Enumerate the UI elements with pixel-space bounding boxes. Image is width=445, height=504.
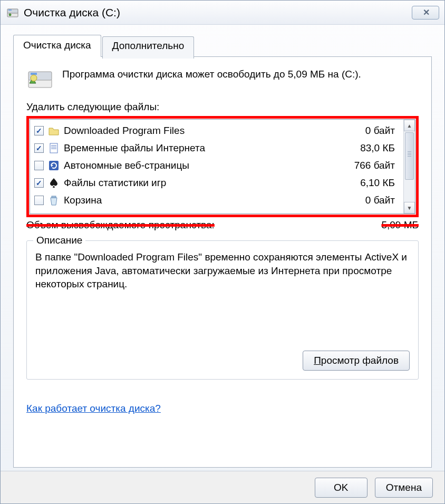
file-name: Временные файлы Интернета <box>64 142 360 154</box>
total-space-row: Объем высвобождаемого пространства: 5,09… <box>26 219 419 231</box>
spade-icon <box>48 177 60 189</box>
refresh-icon <box>48 160 60 171</box>
file-name: Файлы статистики игр <box>64 177 360 189</box>
scroll-down-button[interactable]: ▼ <box>404 202 415 214</box>
intro-text: Программа очистки диска может освободить… <box>62 67 361 81</box>
file-name: Автономные веб-страницы <box>64 160 354 171</box>
tab-advanced[interactable]: Дополнительно <box>102 36 195 59</box>
scroll-track[interactable] <box>404 131 415 202</box>
file-size: 0 байт <box>365 125 400 137</box>
titlebar: Очистка диска (C:) ✕ <box>1 1 444 25</box>
total-space-label: Объем высвобождаемого пространства: <box>26 219 215 231</box>
description-text: В папке "Downloaded Program Files" време… <box>35 250 410 329</box>
cancel-button[interactable]: Отмена <box>375 478 433 498</box>
svg-point-7 <box>31 75 37 81</box>
file-checkbox[interactable] <box>34 196 44 205</box>
file-name: Корзина <box>64 195 365 206</box>
help-link[interactable]: Как работает очистка диска? <box>26 403 161 414</box>
file-row[interactable]: Корзина 0 байт <box>30 191 403 209</box>
file-checkbox[interactable] <box>34 126 44 135</box>
disk-cleanup-large-icon <box>26 67 54 90</box>
file-name: Downloaded Program Files <box>64 125 365 137</box>
description-title: Описание <box>33 235 85 246</box>
files-to-delete-label: Удалить следующие файлы: <box>26 101 419 113</box>
view-files-label-rest: росмотр файлов <box>321 355 399 366</box>
file-size: 83,0 КБ <box>360 142 400 154</box>
svg-point-3 <box>9 14 11 16</box>
file-row[interactable]: Временные файлы Интернета 83,0 КБ <box>30 139 403 157</box>
tab-disk-cleanup[interactable]: Очистка диска <box>13 35 101 57</box>
file-row[interactable]: Файлы статистики игр 6,10 КБ <box>30 174 403 191</box>
vertical-scrollbar[interactable]: ▲ ▼ <box>403 120 415 214</box>
tab-panel: Программа очистки диска может освободить… <box>13 56 432 468</box>
window-title: Очистка диска (C:) <box>24 6 412 19</box>
intro-row: Программа очистки диска может освободить… <box>26 67 419 90</box>
description-group: Описание В папке "Downloaded Program Fil… <box>26 240 419 380</box>
tabs-row: Очистка диска Дополнительно <box>13 34 432 56</box>
svg-rect-6 <box>31 73 37 75</box>
close-button[interactable]: ✕ <box>412 6 439 20</box>
svg-rect-12 <box>49 161 59 170</box>
svg-rect-8 <box>50 143 57 153</box>
view-files-button[interactable]: Просмотр файлов <box>303 351 410 371</box>
file-row[interactable]: Автономные веб-страницы 766 байт <box>30 157 403 174</box>
scroll-thumb[interactable] <box>405 132 414 180</box>
folder-icon <box>48 125 60 137</box>
file-size: 0 байт <box>365 195 400 206</box>
file-checkbox[interactable] <box>34 143 44 153</box>
files-highlight-box: Downloaded Program Files 0 байт Временны… <box>26 116 419 217</box>
files-list: Downloaded Program Files 0 байт Временны… <box>30 120 403 214</box>
disk-cleanup-window: Очистка диска (C:) ✕ Очистка диска Допол… <box>0 0 445 504</box>
svg-rect-2 <box>8 9 12 11</box>
file-checkbox[interactable] <box>34 178 44 188</box>
file-row[interactable]: Downloaded Program Files 0 байт <box>30 122 403 139</box>
file-checkbox[interactable] <box>34 161 44 170</box>
recycle-bin-icon <box>48 195 60 206</box>
content-area: Очистка диска Дополнительно Программа оч… <box>1 25 444 471</box>
document-icon <box>48 142 60 154</box>
ok-button[interactable]: OK <box>315 478 367 498</box>
svg-rect-13 <box>52 196 56 198</box>
scroll-up-button[interactable]: ▲ <box>404 120 415 131</box>
files-listbox[interactable]: Downloaded Program Files 0 байт Временны… <box>30 119 415 214</box>
file-size: 766 байт <box>354 160 400 171</box>
file-size: 6,10 КБ <box>360 177 400 189</box>
disk-cleanup-icon <box>7 8 18 17</box>
total-space-value: 5,09 МБ <box>381 219 419 231</box>
close-icon: ✕ <box>423 7 428 17</box>
dialog-footer: OK Отмена <box>1 471 444 503</box>
